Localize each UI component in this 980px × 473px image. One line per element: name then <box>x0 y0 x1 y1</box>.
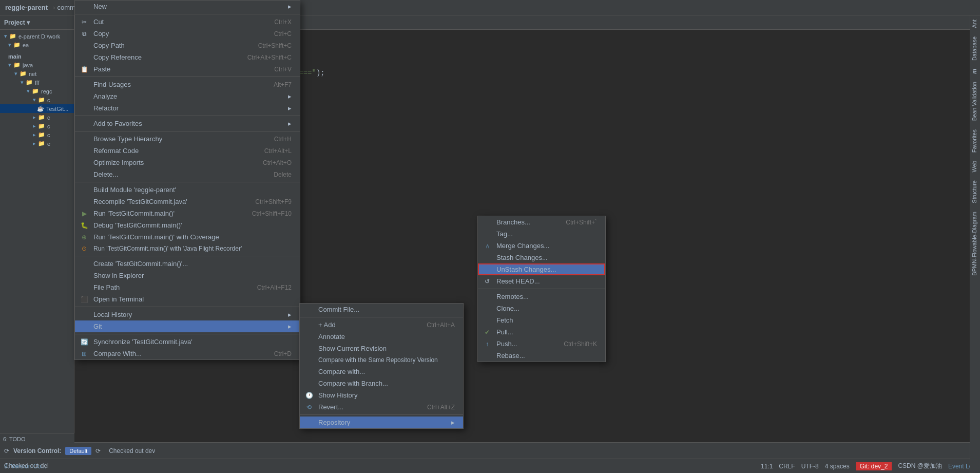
menu-refactor[interactable]: Refactor ▸ <box>75 102 300 114</box>
vc-sync-icon: ⟳ <box>95 447 101 455</box>
menu-browse-hierarchy[interactable]: Browse Type Hierarchy Ctrl+H <box>75 133 300 145</box>
git-compare-with[interactable]: Compare with... <box>300 366 463 377</box>
right-tab-bpmn[interactable]: BPMN-Flowable-Diagram <box>970 207 980 280</box>
menu-run[interactable]: ▶ Run 'TestGitCommit.main()' Ctrl+Shift+… <box>75 207 300 219</box>
tree-item-java[interactable]: ▾ 📁 java <box>0 61 74 69</box>
menu-analyze[interactable]: Analyze ▸ <box>75 90 300 102</box>
menu-debug[interactable]: 🐛 Debug 'TestGitCommit.main()' <box>75 219 300 231</box>
repo-remotes[interactable]: Remotes... <box>478 291 605 302</box>
tree-item-e[interactable]: ▸ 📁 e <box>0 139 74 148</box>
menu-new[interactable]: New ▸ <box>75 1 300 12</box>
coverage-icon: ⊕ <box>80 233 88 241</box>
repo-fetch[interactable]: Fetch <box>478 314 605 326</box>
menu-build[interactable]: Build Module 'reggie-parent' <box>75 184 300 196</box>
menu-optimize-imports[interactable]: Optimize Imports Ctrl+Alt+O <box>75 157 300 168</box>
paste-icon: 📋 <box>80 65 88 73</box>
menu-local-history[interactable]: Local History ▸ <box>75 309 300 320</box>
repo-pull[interactable]: ✔ Pull... <box>478 326 605 338</box>
right-tab-database[interactable]: Database <box>970 32 980 65</box>
git-compare-same[interactable]: Compare with the Same Repository Version <box>300 354 463 366</box>
cut-icon: ✂ <box>80 18 88 26</box>
menu-show-explorer[interactable]: Show in Explorer <box>75 270 300 281</box>
status-git-branch[interactable]: Git: dev_2 <box>856 462 892 470</box>
repo-merge[interactable]: ⑃ Merge Changes... <box>478 240 605 252</box>
vc-default-button[interactable]: Default <box>65 447 91 455</box>
right-tab-web[interactable]: Web <box>970 157 980 176</box>
menu-synchronize[interactable]: 🔄 Synchronize 'TestGitCommit.java' <box>75 336 300 348</box>
git-show-history[interactable]: 🕐 Show History <box>300 389 463 401</box>
repo-reset-head[interactable]: ↺ Reset HEAD... <box>478 275 605 287</box>
todo-label[interactable]: 6: TODO <box>3 436 26 442</box>
context-menu-repository: Branches... Ctrl+Shift+` Tag... ⑃ Merge … <box>477 216 606 362</box>
repo-rebase[interactable]: Rebase... <box>478 350 605 362</box>
menu-cut[interactable]: ✂ Cut Ctrl+X <box>75 16 300 28</box>
menu-copy-ref[interactable]: Copy Reference Ctrl+Alt+Shift+C <box>75 51 300 63</box>
git-add[interactable]: + Add Ctrl+Alt+A <box>300 319 463 331</box>
menu-add-favorites[interactable]: Add to Favorites ▸ <box>75 118 300 129</box>
menu-sep-6 <box>75 256 300 256</box>
menu-find-usages[interactable]: Find Usages Alt+F7 <box>75 79 300 90</box>
right-tab-bean[interactable]: Bean Validation <box>970 78 980 125</box>
repo-stash[interactable]: Stash Changes... <box>478 252 605 263</box>
context-menu-main: New ▸ ✂ Cut Ctrl+X ⧉ Copy Ctrl+C Copy Pa… <box>74 0 300 360</box>
repo-sep-1 <box>478 289 605 289</box>
history-icon: 🕐 <box>305 391 313 400</box>
right-tab-favorites[interactable]: Favorites <box>970 125 980 157</box>
push-icon: ↑ <box>483 340 491 348</box>
tree-item-regc[interactable]: ▾ 📁 regc <box>0 87 74 96</box>
menu-copy[interactable]: ⧉ Copy Ctrl+C <box>75 28 300 40</box>
tree-item-project[interactable]: ▾ 📁 e-parent D:\work <box>0 32 74 41</box>
git-show-current[interactable]: Show Current Revision <box>300 343 463 354</box>
status-indent: 4 spaces <box>825 463 850 470</box>
repo-tag[interactable]: Tag... <box>478 228 605 240</box>
repo-branches[interactable]: Branches... Ctrl+Shift+` <box>478 216 605 228</box>
menu-sep-3 <box>75 116 300 116</box>
menu-reformat[interactable]: Reformat Code Ctrl+Alt+L <box>75 145 300 157</box>
menu-paste[interactable]: 📋 Paste Ctrl+V <box>75 63 300 75</box>
menu-sep-1 <box>75 14 300 14</box>
tree-item-c3[interactable]: ▸ 📁 c <box>0 130 74 139</box>
menu-run-recorder[interactable]: ⊙ Run 'TestGitCommit.main()' with 'Java … <box>75 243 300 254</box>
right-tab-structure[interactable]: Structure <box>970 176 980 207</box>
menu-delete[interactable]: Delete... Delete <box>75 168 300 180</box>
menu-compare[interactable]: ⊞ Compare With... Ctrl+D <box>75 348 300 360</box>
run-icon: ▶ <box>80 210 88 218</box>
context-menu-git: Commit File... + Add Ctrl+Alt+A Annotate… <box>299 303 464 429</box>
tree-item-c[interactable]: ▾ 📁 c <box>0 96 74 104</box>
menu-open-terminal[interactable]: ⬛ Open in Terminal <box>75 293 300 305</box>
menu-git[interactable]: Git ▸ <box>75 320 300 332</box>
menu-copy-path[interactable]: Copy Path Ctrl+Shift+C <box>75 40 300 51</box>
debug-icon: 🐛 <box>80 221 88 230</box>
git-commit-file[interactable]: Commit File... <box>300 304 463 315</box>
tree-item-net[interactable]: ▾ 📁 net <box>0 69 74 78</box>
repo-unstash[interactable]: UnStash Changes... <box>478 263 605 275</box>
menu-recompile[interactable]: Recompile 'TestGitCommit.java' Ctrl+Shif… <box>75 196 300 207</box>
git-sep-2 <box>300 414 463 415</box>
right-tab-maven[interactable]: m <box>970 65 980 78</box>
tree-item-testgit[interactable]: ☕ TestGit... <box>0 104 74 113</box>
menu-create[interactable]: Create 'TestGitCommit.main()'... <box>75 258 300 270</box>
repo-push[interactable]: ↑ Push... Ctrl+Shift+K <box>478 338 605 350</box>
tree-item-fff[interactable]: ▾ 📁 fff <box>0 78 74 87</box>
sidebar-tree: ▾ 📁 e-parent D:\work ▾ 📁 ea main ▾ 📁 jav… <box>0 30 74 150</box>
tree-item-c1[interactable]: ▸ 📁 c <box>0 113 74 122</box>
menu-file-path[interactable]: File Path Ctrl+Alt+F12 <box>75 281 300 293</box>
tree-item-c2[interactable]: ▸ 📁 c <box>0 122 74 130</box>
repo-clone[interactable]: Clone... <box>478 302 605 314</box>
vc-panel: ⟳ Version Control: Default ⟳ Checked out… <box>0 442 970 459</box>
right-tab-ant[interactable]: Ant <box>970 15 980 32</box>
menu-sep-7 <box>75 307 300 307</box>
tree-item-ea[interactable]: ▾ 📁 ea <box>0 41 74 49</box>
checked-out-text: Checked out dei <box>4 462 49 469</box>
sidebar-header[interactable]: Project ▾ <box>0 15 74 30</box>
pull-icon: ✔ <box>483 328 491 336</box>
tree-item-main[interactable]: main <box>0 52 74 61</box>
git-compare-branch[interactable]: Compare with Branch... <box>300 377 463 389</box>
menu-run-coverage[interactable]: ⊕ Run 'TestGitCommit.main()' with Covera… <box>75 231 300 243</box>
copy-icon: ⧉ <box>80 30 88 38</box>
git-revert[interactable]: ⟲ Revert... Ctrl+Alt+Z <box>300 401 463 413</box>
git-annotate[interactable]: Annotate <box>300 331 463 343</box>
bottom-left-panel: 6: TODO <box>0 433 74 444</box>
menu-sep-2 <box>75 77 300 77</box>
git-repository[interactable]: Repository ▸ <box>300 417 463 428</box>
